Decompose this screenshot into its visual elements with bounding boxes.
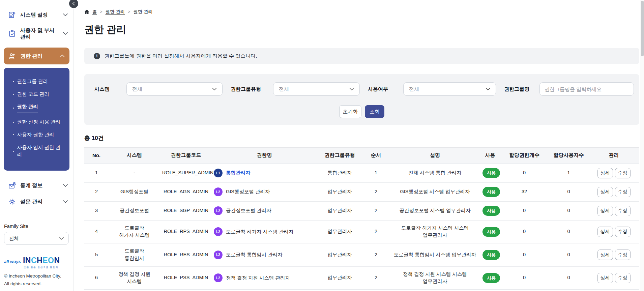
system-select[interactable]: 전체 [126,82,223,96]
gear-icon [8,198,16,206]
filter-group-name-label: 권한그룹명 [504,86,539,92]
chevron-down-icon [59,237,64,240]
detail-button[interactable]: 상세 [597,187,613,197]
edit-button[interactable]: 수정 [615,206,631,216]
sidebar-item-label: 권한 관리 [20,53,56,59]
permission-table: No. 시스템 권한그룹코드 권한명 권한그룹유형 순서 설명 사용 할당권한개… [84,147,639,291]
detail-button[interactable]: 상세 [597,273,613,283]
main-content: 홈 > 권한 관리 > 권한 관리 권한 관리 i 권한그룹들에 권한을 미리 … [74,0,644,291]
cell-code: ROLE_PSS_ADMIN [160,266,212,290]
level-badge: L1 [214,169,223,177]
cell-desc: GIS행정포털 시스템 업무관리자 [389,182,480,201]
use-badge: 사용 [482,227,500,237]
level-badge: L2 [214,227,223,236]
cell-desc: 공간정보포털 시스템 업무관리자 [389,201,480,220]
permission-submenu: • 권한그룹 관리 • 권한 코드 관리 • 권한 관리 • 권한 신청 사용 … [4,68,69,171]
cell-order: 2 [362,182,389,201]
table-row: 4 도로굴착 허가자 시스템 ROLE_RPS_ADMIN L2 도로굴착 허가… [84,220,639,243]
use-yn-select[interactable]: 전체 [403,82,496,96]
submenu-item-permission-mgmt[interactable]: • 권한 관리 [4,100,69,116]
table-row: 7 원도심 지역 시뮬레이션 시스템 ROLE_DSS_ADMIN L2 원도심… [84,290,639,291]
level-badge: L2 [214,206,223,215]
submenu-item-permission-request[interactable]: • 권한 신청 사용 관리 [4,116,69,128]
permission-name-link[interactable]: 통합관리자 [226,169,251,176]
detail-button[interactable]: 상세 [597,206,613,216]
info-icon: i [94,53,100,59]
bullet-icon: • [13,91,14,97]
chevron-down-icon [63,200,68,203]
cell-order: 2 [362,220,389,243]
sidebar-item-statistics[interactable]: 통계 정보 [0,177,73,194]
cell-code: ROLE_AGS_ADMIN [160,182,212,201]
scrollbar-thumb[interactable] [641,1,644,56]
family-site-select[interactable]: 전체 [4,232,69,245]
submenu-item-user-permission[interactable]: • 사용자 권한 관리 [4,128,69,141]
mail-stats-icon [8,181,16,190]
cell-type: 업무관리자 [317,201,362,220]
cell-no: 1 [84,164,109,182]
level-badge: L2 [214,251,223,259]
cell-type: 업무관리자 [317,243,362,267]
use-badge: 사용 [482,273,500,283]
filter-use-yn: 사용여부 전체 [368,82,496,96]
detail-button[interactable]: 상세 [597,168,613,178]
footer-divider [4,251,69,251]
sidebar-item-permission[interactable]: 권한 관리 [4,48,69,64]
use-badge: 사용 [482,250,500,260]
submenu-item-permission-code[interactable]: • 권한 코드 관리 [4,88,69,101]
cell-no: 5 [84,243,109,267]
cell-no: 6 [84,266,109,290]
edit-button[interactable]: 수정 [615,168,631,178]
filter-system-label: 시스템 [94,86,126,92]
edit-button[interactable]: 수정 [615,227,631,237]
bullet-icon: • [13,105,14,111]
cell-no: 4 [84,220,109,243]
edit-button[interactable]: 수정 [615,273,631,283]
bullet-icon: • [13,79,14,84]
col-code: 권한그룹코드 [160,147,212,164]
permission-name: 정책 결정 지원 시스템 관리자 [226,274,290,282]
cell-order: 2 [362,290,389,291]
cell-order: 2 [362,201,389,220]
cell-system: 도로굴착 허가자 시스템 [109,220,160,243]
search-button[interactable]: 조회 [365,105,384,118]
col-no: No. [84,147,109,164]
bullet-icon: • [13,119,14,125]
sidebar-item-system-settings[interactable]: 시스템 설정 [0,7,73,23]
use-badge: 사용 [482,206,500,216]
detail-button[interactable]: 상세 [597,227,613,237]
vertical-scrollbar[interactable] [640,0,644,291]
cell-code: ROLE_DSS_ADMIN [160,290,212,291]
cell-desc: 도로굴착 통합임시 시스템 업무관리자 [389,243,480,267]
cell-system: GIS행정포털 [109,182,160,201]
filter-group-name: 권한그룹명 [504,82,634,96]
sidebar-item-label: 시스템 설정 [20,11,59,18]
cell-desc: 원도심 지역 시뮬레이션 시스템 시스템 업무관리자 [389,290,480,291]
table-row: 5 도로굴착 통합임시 ROLE_RES_ADMIN L2 도로굴착 통합임시 … [84,243,639,267]
edit-button[interactable]: 수정 [615,250,631,260]
detail-button[interactable]: 상세 [597,250,613,260]
breadcrumb-home[interactable]: 홈 [92,9,97,15]
permission-name: GIS행정포털 관리자 [226,188,270,195]
home-icon[interactable] [84,9,89,14]
reset-button[interactable]: 초기화 [339,105,361,118]
cell-system: 원도심 지역 시뮬레이션 시스템 [109,290,160,291]
cell-no: 2 [84,182,109,201]
sidebar-item-survey[interactable]: 설문 관리 [0,194,73,210]
group-name-input[interactable] [539,82,634,96]
page-title: 권한 관리 [84,23,639,36]
cell-no: 3 [84,201,109,220]
cell-user-count: 0 [549,266,588,290]
sidebar-item-user-dept[interactable]: 사용자 및 부서 관리 [0,23,73,44]
cell-type: 업무관리자 [317,266,362,290]
edit-button[interactable]: 수정 [615,187,631,197]
breadcrumb-level2: 권한 관리 [133,9,153,15]
table-header-row: No. 시스템 권한그룹코드 권한명 권한그룹유형 순서 설명 사용 할당권한개… [84,147,639,164]
cell-code: ROLE_RPS_ADMIN [160,220,212,243]
submenu-item-user-temp-permission[interactable]: • 사용자 임시 권한 관리 [4,141,69,162]
filter-system: 시스템 전체 [94,82,223,96]
group-type-select[interactable]: 전체 [273,82,360,96]
cell-perm-count: 0 [500,243,549,267]
submenu-item-permission-group[interactable]: • 권한그룹 관리 [4,75,69,88]
breadcrumb-level1[interactable]: 권한 관리 [106,9,125,15]
